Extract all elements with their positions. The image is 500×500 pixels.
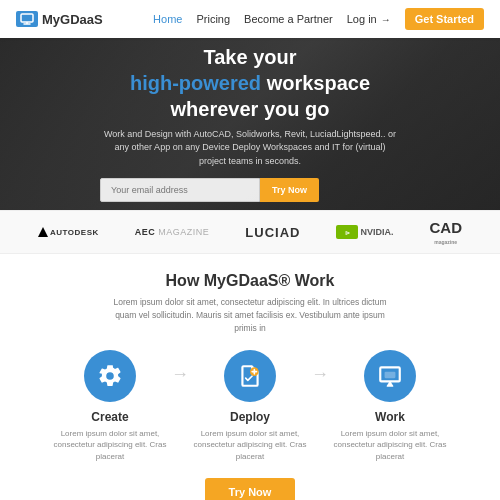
step-work: Work Lorem ipsum dolor sit amet, consect… <box>325 350 455 462</box>
hero-title: Take your high-powered workspace whereve… <box>100 44 400 122</box>
deploy-icon-circle <box>224 350 276 402</box>
nvidia-icon: ⊳ <box>336 225 358 239</box>
gear-icon <box>97 363 123 389</box>
autodesk-icon <box>38 227 48 237</box>
step-create: Create Lorem ipsum dolor sit amet, conse… <box>45 350 175 462</box>
hero-subtitle: Work and Design with AutoCAD, Solidworks… <box>100 128 400 169</box>
step-deploy: Deploy Lorem ipsum dolor sit amet, conse… <box>185 350 315 462</box>
work-label: Work <box>375 410 405 424</box>
email-input[interactable] <box>100 178 260 202</box>
deploy-text: Lorem ipsum dolor sit amet, consectetur … <box>185 428 315 462</box>
how-description: Lorem ipsum dolor sit amet, consectetur … <box>110 296 390 334</box>
nav-login[interactable]: Log in → <box>347 13 391 25</box>
aec-logo: AECMAGAZINE <box>135 227 210 237</box>
work-icon-circle <box>364 350 416 402</box>
hero-content: Take your high-powered workspace whereve… <box>100 44 400 203</box>
monitor-icon <box>377 363 403 389</box>
create-text: Lorem ipsum dolor sit amet, consectetur … <box>45 428 175 462</box>
luciad-logo: LUCIAD <box>245 225 300 240</box>
how-title: How MyGDaaS® Work <box>20 272 480 290</box>
arrow-icon: → <box>381 14 391 25</box>
svg-rect-4 <box>385 372 396 379</box>
hero-form: Try Now <box>100 178 400 202</box>
logo-icon <box>16 11 38 27</box>
navbar: MyGDaaS Home Pricing Become a Partner Lo… <box>0 0 500 38</box>
nvidia-logo: ⊳ NVIDIA. <box>336 225 393 239</box>
how-section: How MyGDaaS® Work Lorem ipsum dolor sit … <box>0 254 500 500</box>
logo[interactable]: MyGDaaS <box>16 11 103 27</box>
nav-pricing[interactable]: Pricing <box>196 13 230 25</box>
create-icon-circle <box>84 350 136 402</box>
nav-home[interactable]: Home <box>153 13 182 25</box>
try-now-button[interactable]: Try Now <box>205 478 296 500</box>
autodesk-logo: AUTODESK <box>38 227 99 237</box>
deploy-icon <box>237 363 263 389</box>
nav-links: Home Pricing Become a Partner Log in → G… <box>153 8 484 30</box>
autodesk-text: AUTODESK <box>50 228 99 237</box>
create-label: Create <box>91 410 128 424</box>
nav-partner[interactable]: Become a Partner <box>244 13 333 25</box>
svg-rect-0 <box>21 14 33 22</box>
how-steps: Create Lorem ipsum dolor sit amet, conse… <box>20 350 480 462</box>
work-text: Lorem ipsum dolor sit amet, consectetur … <box>325 428 455 462</box>
hero-cta-button[interactable]: Try Now <box>260 178 319 202</box>
deploy-label: Deploy <box>230 410 270 424</box>
logo-text: MyGDaaS <box>42 12 103 27</box>
get-started-button[interactable]: Get Started <box>405 8 484 30</box>
logos-bar: AUTODESK AECMAGAZINE LUCIAD ⊳ NVIDIA. CA… <box>0 210 500 254</box>
cad-logo: CAD magazine <box>429 219 462 245</box>
